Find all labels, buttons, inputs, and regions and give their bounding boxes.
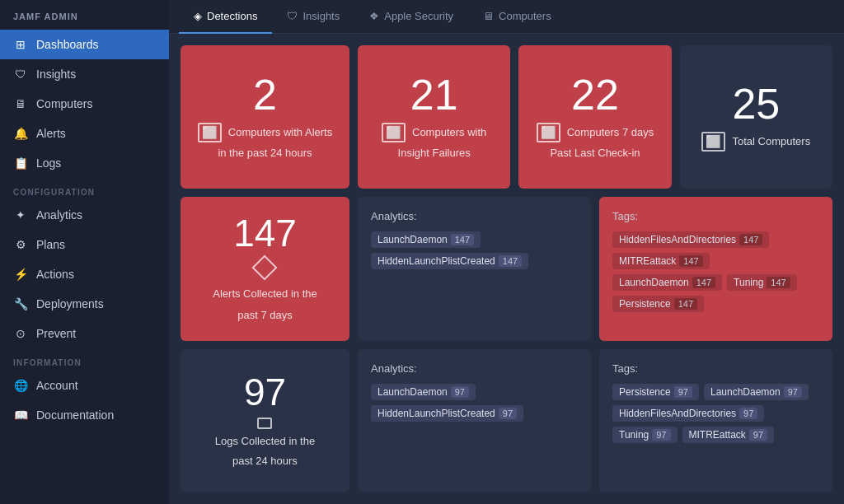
tab-label-computers: Computers (499, 10, 551, 22)
bottom-tags-card[interactable]: Tags: Persistence 97 LaunchDaemon 97 Hid… (599, 349, 832, 492)
actions-icon: ⚡ (13, 267, 28, 282)
tag-hiddenlauncher-mid[interactable]: HiddenLaunchPlistCreated 147 (371, 253, 528, 269)
tag-persistence-bottom[interactable]: Persistence 97 (612, 384, 699, 400)
analytics-label-bottom: Analytics: (371, 362, 417, 375)
sidebar-item-computers[interactable]: 🖥 Computers (0, 89, 169, 119)
app-title: JAMF ADMIN (0, 0, 169, 30)
sidebar-item-insights[interactable]: 🛡 Insights (0, 59, 169, 89)
stat-label-checkin-line1: Computers 7 days (567, 125, 654, 140)
sidebar-label-prevent: Prevent (36, 327, 76, 340)
stat-number-alerts: 2 (253, 73, 277, 116)
sidebar-item-analytics[interactable]: ✦ Analytics (0, 200, 169, 230)
sidebar-item-actions[interactable]: ⚡ Actions (0, 259, 169, 289)
stat-label-logs-line2: past 24 hours (232, 454, 298, 469)
stat-label-checkin-line2: Past Last Check-in (550, 146, 640, 161)
stat-number-147: 147 (233, 214, 297, 252)
info-section-label: INFORMATION (0, 348, 169, 371)
computer-icon-checkin: ⬜ (537, 123, 560, 142)
mid-tags-title: Tags: (612, 208, 819, 223)
bottom-tags-title: Tags: (612, 361, 819, 376)
sidebar-item-dashboards[interactable]: ⊞ Dashboards (0, 30, 169, 59)
sidebar-label-alerts: Alerts (36, 127, 66, 140)
stat-number-97: 97 (244, 373, 286, 411)
grid-icon: ⊞ (13, 37, 28, 52)
account-icon: 🌐 (13, 378, 28, 393)
sidebar-label-analytics: Analytics (36, 208, 82, 222)
stat-card-insight-failures[interactable]: 21 ⬜ Computers with Insight Failures (358, 45, 510, 189)
stat-label-insight-line1: Computers with (412, 125, 486, 140)
stat-label-logs-line1: Logs Collected in the (215, 434, 315, 449)
deployments-icon: 🔧 (13, 296, 28, 311)
tag-tuning-bottom[interactable]: Tuning 97 (612, 427, 678, 443)
tab-insights[interactable]: 🛡 Insights (272, 0, 354, 34)
analytics-label-mid: Analytics: (371, 210, 417, 222)
mid-analytics-title: Analytics: (371, 208, 578, 223)
tag-hidden-files-mid[interactable]: HiddenFilesAndDirectories 147 (612, 231, 769, 248)
tab-bar: ◈ Detections 🛡 Insights ❖ Apple Security… (169, 0, 844, 34)
sidebar-label-account: Account (36, 379, 78, 392)
tag-persistence-mid[interactable]: Persistence 147 (612, 296, 704, 312)
tag-launchdaemon-bottom-2[interactable]: LaunchDaemon 97 (704, 384, 809, 400)
tab-label-detections: Detections (207, 10, 257, 22)
monitor-icon: 🖥 (13, 96, 28, 111)
stat-label-insight-line2: Insight Failures (398, 146, 471, 161)
sidebar-label-actions: Actions (36, 268, 74, 281)
stat-card-computers-alerts[interactable]: 2 ⬜ Computers with Alerts in the past 24… (181, 45, 349, 189)
stat-card-checkin[interactable]: 22 ⬜ Computers 7 days Past Last Check-in (518, 45, 671, 189)
tab-apple-security[interactable]: ❖ Apple Security (354, 0, 468, 34)
mid-tags-list: HiddenFilesAndDirectories 147 MITREattac… (612, 231, 819, 312)
sidebar-item-account[interactable]: 🌐 Account (0, 371, 169, 400)
sidebar-label-insights: Insights (36, 68, 76, 81)
tab-label-apple-security: Apple Security (384, 10, 453, 22)
mid-analytics-card[interactable]: Analytics: LaunchDaemon 147 HiddenLaunch… (358, 197, 591, 340)
bottom-analytics-tags: LaunchDaemon 97 HiddenLaunchPlistCreated… (371, 384, 578, 422)
tags-label-bottom: Tags: (612, 362, 638, 375)
sidebar-item-documentation[interactable]: 📖 Documentation (0, 400, 169, 430)
tag-tuning-mid[interactable]: Tuning 147 (727, 274, 797, 291)
tag-mitre-bottom[interactable]: MITREattack 97 (682, 427, 775, 443)
bottom-analytics-card[interactable]: Analytics: LaunchDaemon 97 HiddenLaunchP… (358, 349, 591, 492)
stat-card-logs-collected[interactable]: 97 Logs Collected in the past 24 hours (181, 349, 349, 492)
stat-number-checkin: 22 (571, 73, 619, 116)
insights-tab-icon: 🛡 (287, 10, 298, 22)
stat-number-insight-failures: 21 (410, 73, 458, 116)
sidebar-label-plans: Plans (36, 238, 65, 251)
stat-label-alerts-line2: in the past 24 hours (218, 146, 312, 161)
tags-label-mid: Tags: (612, 210, 638, 222)
top-row: 2 ⬜ Computers with Alerts in the past 24… (181, 45, 832, 189)
sidebar-item-deployments[interactable]: 🔧 Deployments (0, 289, 169, 319)
tag-launchdaemon-mid[interactable]: LaunchDaemon 147 (371, 231, 481, 248)
inbox-icon (257, 418, 272, 429)
stat-card-alerts-collected[interactable]: 147 Alerts Collected in the past 7 days (181, 197, 349, 340)
tag-hiddenlauncher-bottom[interactable]: HiddenLaunchPlistCreated 97 (371, 405, 523, 422)
sidebar-item-plans[interactable]: ⚙ Plans (0, 230, 169, 259)
tab-detections[interactable]: ◈ Detections (179, 0, 272, 34)
sidebar-label-computers: Computers (36, 97, 92, 110)
stat-card-total[interactable]: 25 ⬜ Total Computers (680, 45, 832, 189)
docs-icon: 📖 (13, 408, 28, 422)
tag-mitre-mid[interactable]: MITREattack 147 (612, 253, 710, 269)
tab-computers[interactable]: 🖥 Computers (468, 0, 566, 34)
tag-launchdaemon-mid-2[interactable]: LaunchDaemon 147 (612, 274, 722, 291)
computer-icon-alerts: ⬜ (198, 123, 222, 142)
stat-label-total: Total Computers (732, 134, 810, 149)
stat-label-alerts-147-line1: Alerts Collected in the (213, 287, 316, 301)
mid-analytics-tags: LaunchDaemon 147 HiddenLaunchPlistCreate… (371, 231, 578, 269)
dashboard-grid: 2 ⬜ Computers with Alerts in the past 24… (169, 34, 844, 504)
computer-icon-total: ⬜ (701, 132, 725, 152)
stat-number-total: 25 (732, 82, 780, 125)
sidebar-label-documentation: Documentation (36, 408, 114, 422)
main-content: ◈ Detections 🛡 Insights ❖ Apple Security… (169, 0, 844, 504)
tab-label-insights: Insights (302, 10, 340, 22)
sidebar-item-prevent[interactable]: ⊙ Prevent (0, 319, 169, 348)
mid-tags-card[interactable]: Tags: HiddenFilesAndDirectories 147 MITR… (599, 197, 832, 340)
sidebar-item-alerts[interactable]: 🔔 Alerts (0, 119, 169, 148)
sidebar-item-logs[interactable]: 📋 Logs (0, 148, 169, 178)
diamond-icon (252, 255, 278, 281)
tag-launchdaemon-bottom[interactable]: LaunchDaemon 97 (371, 384, 476, 400)
bottom-analytics-title: Analytics: (371, 361, 578, 376)
sidebar-label-logs: Logs (36, 156, 61, 170)
tag-hidden-files-bottom[interactable]: HiddenFilesAndDirectories 97 (612, 405, 764, 422)
stat-label-alerts-147-line2: past 7 days (237, 308, 293, 323)
computers-tab-icon: 🖥 (483, 10, 494, 22)
